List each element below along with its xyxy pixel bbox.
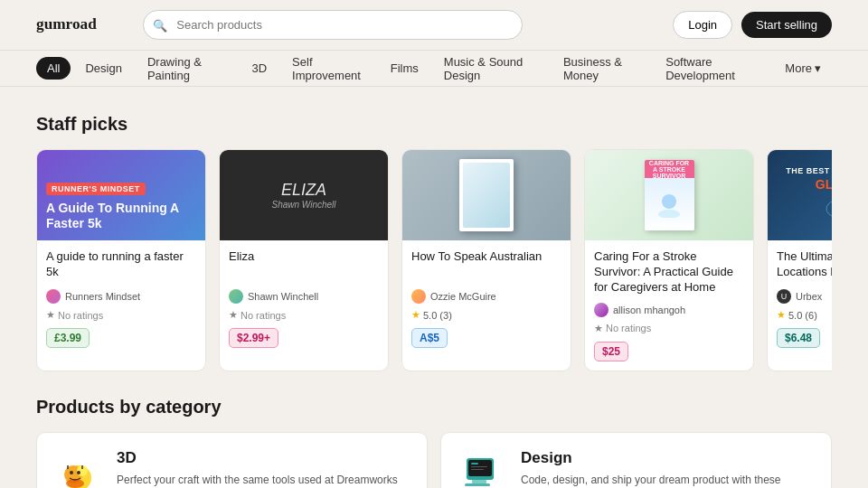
svg-text:gumroad: gumroad xyxy=(36,15,97,33)
products-by-category-section: Products by category xyxy=(36,397,832,488)
category-desc-3d: Perfect your craft with the same tools u… xyxy=(117,473,409,488)
product-card-eliza[interactable]: ELIZA Shawn Winchell Eliza Shawn Winchel… xyxy=(219,149,389,371)
category-card-design[interactable]: Design Code, design, and ship your dream… xyxy=(440,432,832,488)
search-input[interactable] xyxy=(143,10,523,40)
nav-item-design[interactable]: Design xyxy=(74,57,132,80)
search-bar: 🔍 xyxy=(143,10,523,40)
eliza-title-text: ELIZA xyxy=(271,181,335,200)
card-price: $2.99+ xyxy=(229,328,278,348)
nav-item-drawing[interactable]: Drawing & Painting xyxy=(137,51,238,87)
start-selling-button[interactable]: Start selling xyxy=(741,12,832,38)
svg-rect-17 xyxy=(471,463,478,465)
category-section-title: Products by category xyxy=(36,397,832,418)
category-desc-design: Code, design, and ship your dream produc… xyxy=(521,473,813,488)
nav-item-music[interactable]: Music & Sound Design xyxy=(433,51,549,87)
card-author[interactable]: Shawn Winchell xyxy=(229,289,379,304)
nav-item-software[interactable]: Software Development xyxy=(655,51,770,87)
svg-rect-18 xyxy=(471,466,487,467)
card-title: A guide to running a faster 5k xyxy=(46,249,196,282)
svg-point-1 xyxy=(662,194,676,209)
product-card-abandoned-map[interactable]: THE BEST URBEX LOCATIONS GLOBALLY! The U… xyxy=(767,149,832,371)
product-card-stroke-survivor[interactable]: CARING FOR A STROKE SURVIVOR Caring For … xyxy=(584,149,754,371)
svg-rect-19 xyxy=(471,469,484,470)
card-title: Eliza xyxy=(229,249,379,282)
nav-item-business[interactable]: Business & Money xyxy=(552,51,651,87)
category-grid: 3D Perfect your craft with the same tool… xyxy=(36,432,832,488)
product-card-running-5k[interactable]: RUNNER'S MINDSET A Guide To Running A Fa… xyxy=(36,149,206,371)
star-icon: ★ xyxy=(46,309,55,321)
card-author[interactable]: allison mhangoh xyxy=(594,303,744,317)
nav-item-3d[interactable]: 3D xyxy=(241,57,278,80)
category-icon-design xyxy=(459,449,506,488)
product-card-australian[interactable]: How To Speak Australian Ozzie McGuire ★ … xyxy=(401,149,571,371)
author-avatar: U xyxy=(777,289,791,304)
card-author[interactable]: Ozzie McGuire xyxy=(411,289,561,304)
card-title: Caring For a Stroke Survivor: A Practica… xyxy=(594,249,744,296)
card-price: A$5 xyxy=(411,328,448,348)
author-avatar xyxy=(594,303,609,317)
card-title: How To Speak Australian xyxy=(411,249,561,282)
category-card-3d[interactable]: 3D Perfect your craft with the same tool… xyxy=(36,432,428,488)
staff-picks-title: Staff picks xyxy=(36,114,832,135)
card-price: £3.99 xyxy=(46,328,90,348)
nav-item-films[interactable]: Films xyxy=(380,57,429,80)
star-icon: ★ xyxy=(594,323,603,334)
search-icon: 🔍 xyxy=(153,18,167,32)
svg-rect-14 xyxy=(468,460,492,476)
card-price: $25 xyxy=(594,342,628,361)
card-author[interactable]: Runners Mindset xyxy=(46,289,196,304)
category-info-design: Design Code, design, and ship your dream… xyxy=(521,449,813,488)
author-avatar xyxy=(46,289,61,304)
card-rating: ★ 5.0 (6) xyxy=(777,309,832,321)
author-name: allison mhangoh xyxy=(613,305,685,315)
card-badge: RUNNER'S MINDSET xyxy=(46,183,146,195)
logo[interactable]: gumroad xyxy=(36,14,121,36)
svg-rect-15 xyxy=(472,480,486,483)
nav-item-self-improvement[interactable]: Self Improvement xyxy=(281,51,376,87)
svg-point-9 xyxy=(70,471,73,474)
author-name: Runners Mindset xyxy=(65,291,140,302)
category-icon-3d xyxy=(55,449,102,488)
nav: All Design Drawing & Painting 3D Self Im… xyxy=(0,51,868,87)
svg-point-3 xyxy=(826,197,832,221)
author-avatar xyxy=(411,289,426,304)
nav-item-more[interactable]: More ▾ xyxy=(774,57,832,80)
author-name: Ozzie McGuire xyxy=(430,291,496,302)
header: gumroad 🔍 Login Start selling xyxy=(0,0,868,51)
main-content: Staff picks RUNNER'S MINDSET A Guide To … xyxy=(0,87,868,488)
card-rating: ★ 5.0 (3) xyxy=(411,309,561,321)
staff-picks-section: Staff picks RUNNER'S MINDSET A Guide To … xyxy=(36,114,832,371)
category-name-design: Design xyxy=(521,449,813,467)
author-avatar xyxy=(229,289,243,304)
header-actions: Login Start selling xyxy=(673,11,832,39)
staff-picks-list: RUNNER'S MINDSET A Guide To Running A Fa… xyxy=(36,149,832,371)
card-rating: ★ No ratings xyxy=(594,323,744,334)
author-name: Shawn Winchell xyxy=(248,291,318,302)
svg-point-2 xyxy=(658,210,680,218)
map-title: GLOBALLY! xyxy=(786,177,832,192)
svg-point-10 xyxy=(77,471,80,474)
login-button[interactable]: Login xyxy=(673,11,732,39)
author-name: Urbex xyxy=(796,291,822,302)
eliza-author-text: Shawn Winchell xyxy=(271,200,335,210)
card-title: The Ultimate Abandoned Locations Map xyxy=(777,249,832,282)
nav-item-all[interactable]: All xyxy=(36,57,71,80)
card-headline: A Guide To Running A Faster 5k xyxy=(46,201,196,231)
map-subtitle: THE BEST URBEX LOCATIONS xyxy=(786,166,832,175)
chevron-down-icon: ▾ xyxy=(815,61,821,75)
card-author[interactable]: U Urbex xyxy=(777,289,832,304)
card-rating: ★ No ratings xyxy=(229,309,379,321)
svg-rect-16 xyxy=(465,483,490,486)
card-price: $6.48 xyxy=(777,328,820,348)
star-icon: ★ xyxy=(777,309,786,321)
star-icon: ★ xyxy=(411,309,420,321)
category-info-3d: 3D Perfect your craft with the same tool… xyxy=(117,449,409,488)
category-name-3d: 3D xyxy=(117,449,409,467)
star-icon: ★ xyxy=(229,309,238,321)
card-rating: ★ No ratings xyxy=(46,309,196,321)
